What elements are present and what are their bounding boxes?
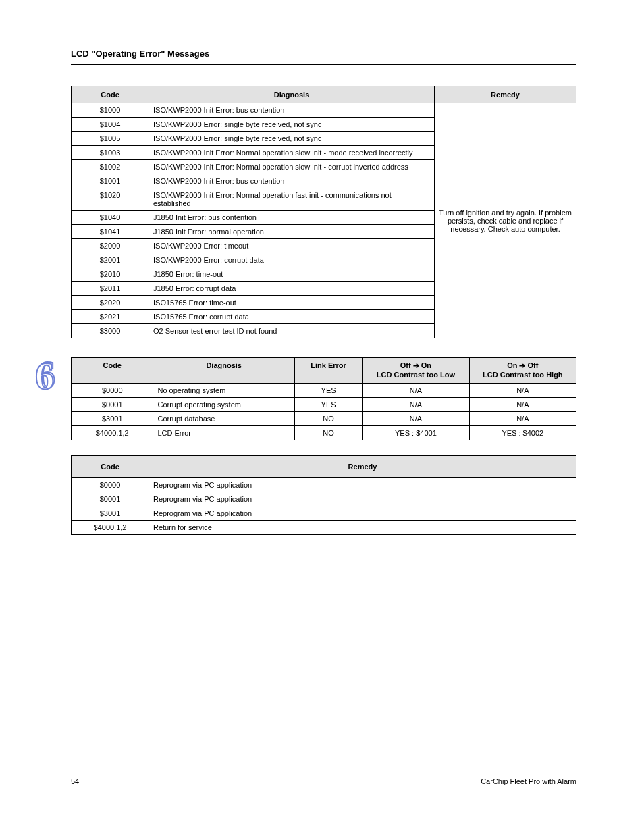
cell-code: $1001 [72, 174, 149, 188]
cell-code: $4000,1,2 [72, 520, 149, 534]
cell-lcd-on: N/A [469, 397, 576, 411]
table-row: $3001Reprogram via PC application [72, 506, 576, 520]
cell-diagnosis: ISO/KWP2000 Error: corrupt data [149, 253, 435, 267]
th-diagnosis: Diagnosis [153, 358, 294, 384]
cell-diagnosis: ISO/KWP2000 Error: timeout [149, 239, 435, 253]
error-codes-table-3: Code Remedy $0000Reprogram via PC applic… [71, 455, 576, 535]
section-title: LCD "Operating Error" Messages [71, 49, 209, 59]
cell-lcd-on: YES : $4002 [469, 425, 576, 440]
cell-diagnosis: J1850 Error: corrupt data [149, 282, 435, 296]
cell-code: $3001 [72, 411, 153, 425]
cell-lcd-on: N/A [469, 411, 576, 425]
th-code: Code [72, 86, 149, 103]
cell-diagnosis: LCD Error [153, 425, 294, 440]
page-number: 54 [71, 777, 79, 785]
cell-code: $3000 [72, 324, 149, 338]
th-link-error: Link Error [294, 358, 362, 384]
cell-diagnosis: J1850 Init Error: normal operation [149, 225, 435, 239]
cell-diagnosis: O2 Sensor test error test ID not found [149, 324, 435, 338]
cell-diagnosis: No operating system [153, 383, 294, 397]
header-rule [71, 64, 576, 65]
th-code: Code [72, 358, 153, 384]
table-row: $1000ISO/KWP2000 Init Error: bus content… [72, 103, 576, 118]
cell-diagnosis: ISO/KWP2000 Error: single byte received,… [149, 118, 435, 132]
cell-code: $3001 [72, 506, 149, 520]
cell-diagnosis: ISO15765 Error: time-out [149, 296, 435, 310]
cell-diagnosis: J1850 Init Error: bus contention [149, 211, 435, 225]
table-row: $4000,1,2LCD ErrorNOYES : $4001YES : $40… [72, 425, 576, 440]
page-footer: 54 CarChip Fleet Pro with Alarm [71, 773, 576, 785]
cell-code: $1000 [72, 103, 149, 118]
cell-remedy: Turn off ignition and try again. If prob… [435, 103, 576, 338]
cell-remedy: Reprogram via PC application [149, 492, 576, 506]
cell-lcd-off: N/A [363, 411, 469, 425]
cell-code: $1004 [72, 118, 149, 132]
table-row: $0001Corrupt operating systemYESN/AN/A [72, 397, 576, 411]
cell-code: $2001 [72, 253, 149, 267]
cell-remedy: Return for service [149, 520, 576, 534]
cell-diagnosis: ISO/KWP2000 Error: single byte received,… [149, 132, 435, 146]
cell-lcd-off: YES : $4001 [363, 425, 469, 440]
error-codes-table-1: Code Diagnosis Remedy $1000ISO/KWP2000 I… [71, 86, 576, 338]
th-remedy: Remedy [435, 86, 576, 103]
cell-code: $0000 [72, 477, 149, 492]
th-lcd-high-line2: LCD Contrast too High [483, 371, 563, 379]
cell-code: $0000 [72, 383, 153, 397]
cell-lcd-on: N/A [469, 383, 576, 397]
cell-code: $2021 [72, 310, 149, 324]
cell-code: $4000,1,2 [72, 425, 153, 440]
th-lcd-high-line1: On ➔ Off [507, 361, 538, 369]
cell-code: $1002 [72, 160, 149, 174]
th-lcd-low-line2: LCD Contrast too Low [377, 371, 455, 379]
cell-code: $2020 [72, 296, 149, 310]
th-remedy: Remedy [149, 455, 576, 477]
cell-code: $2011 [72, 282, 149, 296]
table-row: $0000No operating systemYESN/AN/A [72, 383, 576, 397]
cell-link: NO [294, 425, 362, 440]
th-lcd-low: Off ➔ On LCD Contrast too Low [363, 358, 469, 384]
error-codes-table-2: Code Diagnosis Link Error Off ➔ On LCD C… [71, 357, 576, 440]
cell-code: $0001 [72, 397, 153, 411]
cell-lcd-off: N/A [363, 383, 469, 397]
cell-diagnosis: J1850 Error: time-out [149, 267, 435, 282]
cell-code: $1040 [72, 211, 149, 225]
cell-diagnosis: ISO/KWP2000 Init Error: bus contention [149, 174, 435, 188]
cell-code: $0001 [72, 492, 149, 506]
cell-link: YES [294, 383, 362, 397]
table-header-row: Code Diagnosis Link Error Off ➔ On LCD C… [72, 358, 576, 384]
cell-remedy: Reprogram via PC application [149, 506, 576, 520]
cell-diagnosis: Corrupt operating system [153, 397, 294, 411]
cell-lcd-off: N/A [363, 397, 469, 411]
cell-diagnosis: ISO/KWP2000 Init Error: Normal operation… [149, 188, 435, 211]
cell-diagnosis: ISO15765 Error: corrupt data [149, 310, 435, 324]
cell-diagnosis: ISO/KWP2000 Init Error: Normal operation… [149, 146, 435, 160]
table-row: $0000Reprogram via PC application [72, 477, 576, 492]
cell-code: $1005 [72, 132, 149, 146]
cell-diagnosis: ISO/KWP2000 Init Error: bus contention [149, 103, 435, 118]
chapter-badge: 6 6 [34, 351, 63, 400]
th-code: Code [72, 455, 149, 477]
doc-title: CarChip Fleet Pro with Alarm [481, 777, 576, 785]
cell-diagnosis: Corrupt database [153, 411, 294, 425]
cell-code: $1041 [72, 225, 149, 239]
table-header-row: Code Remedy [72, 455, 576, 477]
cell-code: $1020 [72, 188, 149, 211]
table-row: $3001Corrupt databaseNON/AN/A [72, 411, 576, 425]
cell-remedy: Reprogram via PC application [149, 477, 576, 492]
cell-code: $2000 [72, 239, 149, 253]
cell-diagnosis: ISO/KWP2000 Init Error: Normal operation… [149, 160, 435, 174]
cell-link: NO [294, 411, 362, 425]
th-lcd-high: On ➔ Off LCD Contrast too High [469, 358, 576, 384]
table-row: $4000,1,2Return for service [72, 520, 576, 534]
cell-code: $2010 [72, 267, 149, 282]
cell-link: YES [294, 397, 362, 411]
th-diagnosis: Diagnosis [149, 86, 435, 103]
table-header-row: Code Diagnosis Remedy [72, 86, 576, 103]
th-lcd-low-line1: Off ➔ On [400, 361, 431, 369]
cell-code: $1003 [72, 146, 149, 160]
table-row: $0001Reprogram via PC application [72, 492, 576, 506]
svg-text:6: 6 [35, 355, 54, 397]
